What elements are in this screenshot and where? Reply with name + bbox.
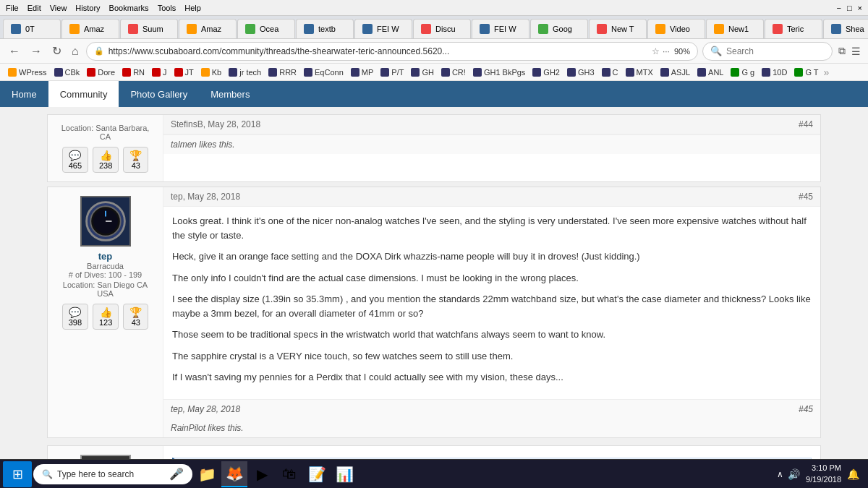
bookmark-label-c: C (613, 68, 618, 77)
bookmark-icon-dore (87, 68, 95, 77)
post-45-timestamp: tep, May 28, 2018 (171, 192, 240, 202)
tab-feiw1[interactable]: FEI W (354, 19, 412, 38)
post-45-footer: tep, May 28, 2018 #45 (163, 399, 820, 419)
menu-file[interactable]: File (6, 4, 19, 12)
forward-button[interactable]: → (27, 43, 45, 59)
tab-ocea[interactable]: Ocea (237, 19, 295, 38)
tab-0t[interactable]: 0T (3, 19, 61, 38)
post-44-reply-btn[interactable]: 💬 465 (62, 147, 88, 173)
tab-textb[interactable]: textb (296, 19, 354, 38)
menu-edit[interactable]: Edit (27, 4, 41, 12)
tab-teric[interactable]: Teric (765, 19, 822, 38)
minimize-button[interactable]: − (836, 4, 841, 12)
bookmark-gt[interactable]: G T (792, 67, 820, 77)
post-44-like-btn[interactable]: 👍 238 (93, 147, 119, 173)
tab-new1[interactable]: New1 (706, 19, 764, 38)
sitenav-members[interactable]: Members (199, 81, 261, 107)
taskbar-app6[interactable]: 📊 (331, 461, 357, 487)
taskbar: ⊞ 🔍 Type here to search 🎤 📁 🦊 ▶ 🛍 📝 📊 ∧ … (0, 459, 868, 488)
bookmark-label-asjl: ASJL (671, 68, 690, 77)
bookmark-gh3[interactable]: GH3 (565, 67, 597, 77)
tab-title-0t: 0T (25, 25, 53, 33)
bookmarks-overflow[interactable]: » (824, 67, 830, 78)
url-overflow-icon[interactable]: ··· (663, 46, 670, 56)
menu-view[interactable]: View (50, 4, 67, 12)
menu-tools[interactable]: Tools (158, 4, 176, 12)
taskbar-notification-icon[interactable]: 🔔 (847, 468, 859, 480)
tab-video[interactable]: Video (647, 19, 705, 38)
taskbar-firefox[interactable]: 🦊 (221, 461, 247, 487)
bookmark-mtx[interactable]: MTX (624, 67, 655, 77)
search-box[interactable]: 🔍 (702, 42, 833, 61)
back-button[interactable]: ← (6, 43, 23, 59)
menu-bookmarks[interactable]: Bookmarks (109, 4, 149, 12)
bookmark-anl[interactable]: ANL (695, 67, 726, 77)
tab-feiw2[interactable]: FEI W (472, 19, 529, 38)
tab-discu[interactable]: Discu (413, 19, 471, 38)
post-45-trophy-btn[interactable]: 🏆 43 (123, 304, 148, 330)
bookmark-kb[interactable]: Kb (199, 67, 224, 77)
bookmark-cr[interactable]: CR! (439, 67, 468, 77)
zoom-level: 90% (674, 47, 690, 56)
bookmark-dore[interactable]: Dore (85, 67, 117, 77)
bookmark-asjl[interactable]: ASJL (658, 67, 692, 77)
close-button[interactable]: × (858, 4, 862, 12)
sitenav-home[interactable]: Home (0, 81, 48, 107)
bookmark-icon-10d (762, 68, 770, 77)
post-45-reply-btn[interactable]: 💬 398 (62, 304, 88, 330)
bookmark-gh1bkpgs[interactable]: GH1 BkPgs (471, 67, 527, 77)
taskbar-overflow-icon[interactable]: ∧ (777, 469, 783, 479)
sitenav-community[interactable]: Community (48, 81, 119, 107)
bookmark-jrtech[interactable]: jr tech (226, 67, 263, 77)
menu-history[interactable]: History (75, 4, 100, 12)
menu-help[interactable]: Help (184, 4, 201, 12)
maximize-button[interactable]: □ (847, 4, 852, 12)
bookmark-mp[interactable]: MP (349, 67, 376, 77)
bookmark-rrr[interactable]: RRR (266, 67, 299, 77)
bookmark-star-icon[interactable]: ☆ (652, 46, 660, 56)
bookmark-gh[interactable]: GH (409, 67, 436, 77)
bookmark-wpress[interactable]: WPress (6, 67, 49, 77)
bookmark-label-eqconn: EqConn (315, 68, 344, 77)
start-button[interactable]: ⊞ (3, 461, 32, 487)
bookmark-rn[interactable]: RN (120, 67, 147, 77)
post-45-like-btn[interactable]: 👍 123 (93, 304, 119, 330)
url-bar[interactable]: 🔒 https://www.scubaboard.com/community/t… (86, 42, 698, 61)
tab-suum[interactable]: Suum (120, 19, 178, 38)
bookmark-cbk[interactable]: CBk (52, 67, 82, 77)
post-44-trophy-btn[interactable]: 🏆 43 (123, 147, 148, 173)
taskbar-media[interactable]: ▶ (249, 461, 275, 487)
bookmark-label-gh2: GH2 (543, 68, 560, 77)
tab-shea[interactable]: Shea (823, 19, 868, 38)
microphone-icon[interactable]: 🎤 (169, 467, 184, 481)
tab-newt[interactable]: New T (589, 19, 647, 38)
bookmark-j[interactable]: J (150, 67, 169, 77)
tab-amaz2[interactable]: Amaz (179, 19, 237, 38)
bookmark-icon-c (602, 68, 610, 77)
reload-button[interactable]: ↻ (49, 43, 64, 59)
post-44-location: Location: Santa Barbara, CA (55, 124, 156, 141)
tab-amaz1[interactable]: Amaz (61, 19, 119, 38)
bookmark-pt[interactable]: P/T (378, 67, 406, 77)
taskbar-search-box[interactable]: 🔍 Type here to search 🎤 (33, 464, 192, 484)
bookmark-gg[interactable]: G g (728, 67, 757, 77)
bookmark-c[interactable]: C (600, 67, 621, 77)
sitenav-photogallery[interactable]: Photo Gallery (119, 81, 199, 107)
bookmark-eqconn[interactable]: EqConn (302, 67, 346, 77)
search-input[interactable] (726, 46, 825, 56)
taskbar-search-icon: 🔍 (42, 469, 53, 479)
taskbar-file-explorer[interactable]: 📁 (194, 461, 220, 487)
bookmark-jt[interactable]: JT (172, 67, 196, 77)
extensions-icon[interactable]: ⧉ (837, 43, 847, 59)
bookmark-gh2[interactable]: GH2 (530, 67, 562, 77)
bookmark-icon-rrr (268, 68, 277, 77)
taskbar-store[interactable]: 🛍 (276, 461, 302, 487)
taskbar-speaker-icon[interactable]: 🔊 (788, 468, 800, 480)
home-button[interactable]: ⌂ (69, 43, 82, 59)
tab-goog[interactable]: Goog (530, 19, 588, 38)
menu-icon[interactable]: ☰ (850, 44, 862, 59)
post-45-location: Location: San Diego CA USA (55, 281, 156, 298)
taskbar-word[interactable]: 📝 (304, 461, 330, 487)
bookmark-10d[interactable]: 10D (760, 67, 789, 77)
post-45-username: tep (55, 251, 156, 262)
